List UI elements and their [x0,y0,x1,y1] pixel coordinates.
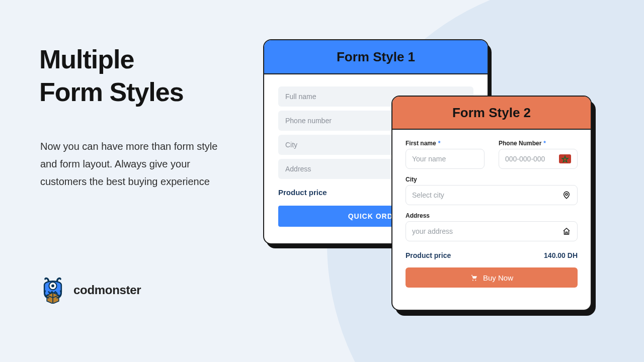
brand-lockup: codmonster [39,277,141,304]
svg-point-4 [472,280,473,281]
address-placeholder: Address [285,165,311,173]
brand-logo-icon [39,277,66,304]
address-placeholder: your address [412,227,453,235]
form-card-2: Form Style 2 First name * Your name Phon… [391,96,592,311]
firstname-placeholder: Your name [412,155,446,163]
card-1-title: Form Style 1 [337,49,415,65]
svg-point-1 [51,285,54,288]
morocco-flag-icon[interactable] [559,154,571,163]
headline-line-2: Form Styles [39,76,184,109]
buy-now-label: Buy Now [483,274,513,282]
city-placeholder: City [285,141,297,149]
required-star: * [543,140,546,147]
card-2-price-value: 140.00 DH [544,251,578,259]
card-2-titlebar: Form Style 2 [392,97,591,130]
address-label: Address [406,212,578,219]
firstname-label: First name * [406,140,485,147]
cart-icon [470,274,478,282]
brand-name: codmonster [73,283,141,297]
address-input[interactable]: your address [406,221,578,241]
page-title: Multiple Form Styles [39,43,184,109]
page-subtitle: Now you can have more than form style an… [40,138,226,191]
svg-point-5 [475,280,476,281]
phone-input[interactable]: 000-000-000 [499,149,578,169]
fullname-placeholder: Full name [285,93,316,101]
location-pin-icon [562,191,571,200]
card-1-titlebar: Form Style 1 [264,40,488,74]
buy-now-button[interactable]: Buy Now [406,267,578,288]
city-select[interactable]: Select city [406,185,578,205]
firstname-input[interactable]: Your name [406,149,485,169]
card-2-title: Form Style 2 [452,105,531,121]
home-icon [562,227,571,236]
city-label: City [406,176,578,183]
headline-line-1: Multiple [39,43,184,76]
phone-placeholder: Phone number [285,117,332,125]
city-placeholder: Select city [412,191,444,199]
card-2-price-label: Product price [406,251,451,259]
required-star: * [438,140,441,147]
phone-placeholder: 000-000-000 [505,155,545,163]
svg-point-3 [566,194,568,196]
phone-label: Phone Number * [499,140,578,147]
